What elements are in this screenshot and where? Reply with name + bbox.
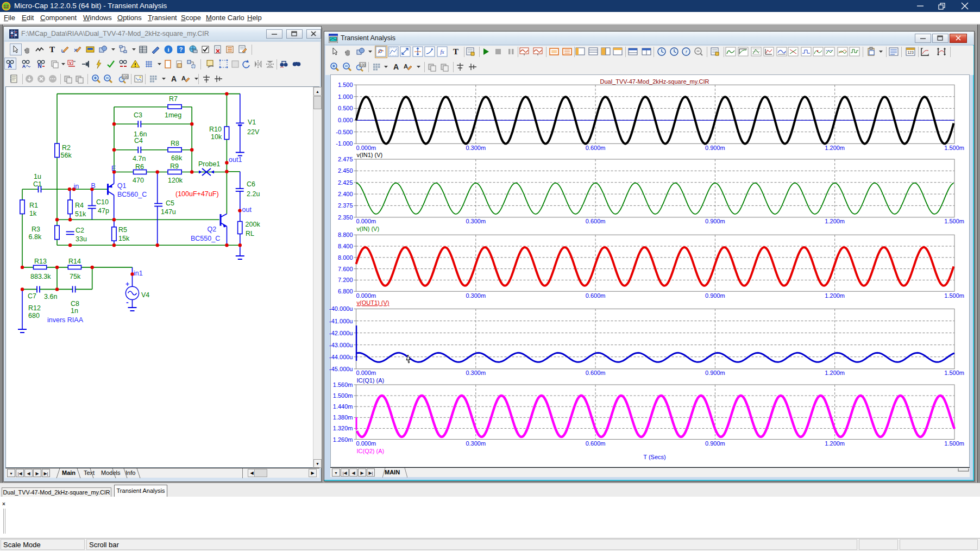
svg-text:Dual_TVV-47-Mod_2kHz-square_my: Dual_TVV-47-Mod_2kHz-square_my.CIR: [600, 78, 709, 85]
svg-text:0.600m: 0.600m: [586, 218, 606, 224]
svg-text:IC(Q2) (A): IC(Q2) (A): [357, 448, 385, 454]
svg-text:1.500m: 1.500m: [333, 392, 353, 399]
svg-text:-44.000u: -44.000u: [329, 354, 353, 360]
svg-text:1.200m: 1.200m: [825, 370, 845, 376]
svg-text:0.000m: 0.000m: [356, 218, 376, 224]
svg-text:T (Secs): T (Secs): [643, 454, 665, 460]
svg-text:0.900m: 0.900m: [705, 292, 725, 299]
svg-text:2.400: 2.400: [338, 191, 353, 197]
svg-text:0.000m: 0.000m: [356, 440, 376, 447]
svg-text:-42.000u: -42.000u: [329, 330, 353, 336]
svg-text:0.000m: 0.000m: [356, 145, 376, 151]
svg-text:-40.000u: -40.000u: [329, 305, 353, 312]
svg-text:1.200m: 1.200m: [825, 292, 845, 299]
svg-text:0.300m: 0.300m: [466, 145, 486, 151]
svg-text:2.425: 2.425: [338, 179, 353, 186]
svg-text:1.500m: 1.500m: [944, 145, 964, 151]
svg-text:8.400: 8.400: [338, 243, 353, 249]
svg-text:0.000: 0.000: [338, 117, 353, 123]
svg-text:1.000: 1.000: [338, 93, 353, 100]
svg-text:7.600: 7.600: [338, 266, 353, 272]
svg-text:v(IN1) (V): v(IN1) (V): [357, 152, 383, 158]
svg-text:IC(Q1) (A): IC(Q1) (A): [357, 377, 385, 384]
svg-text:-1.000: -1.000: [336, 140, 353, 147]
svg-text:0.500: 0.500: [338, 105, 353, 111]
svg-text:2.375: 2.375: [338, 202, 353, 209]
svg-text:1.380m: 1.380m: [333, 414, 353, 421]
svg-text:8.000: 8.000: [338, 254, 353, 261]
svg-text:0.900m: 0.900m: [705, 440, 725, 447]
svg-text:7.200: 7.200: [338, 277, 353, 283]
svg-text:0.900m: 0.900m: [705, 145, 725, 151]
svg-text:1.500m: 1.500m: [944, 218, 964, 224]
svg-text:0.000m: 0.000m: [356, 292, 376, 299]
svg-text:0.000m: 0.000m: [356, 370, 376, 376]
svg-text:1.200m: 1.200m: [825, 145, 845, 151]
svg-text:1.200m: 1.200m: [825, 440, 845, 447]
svg-text:1.500m: 1.500m: [944, 440, 964, 447]
svg-text:1.260m: 1.260m: [333, 436, 353, 443]
svg-text:1.200m: 1.200m: [825, 218, 845, 224]
svg-text:1.500: 1.500: [338, 82, 353, 88]
svg-text:0.600m: 0.600m: [586, 440, 606, 447]
svg-text:0.900m: 0.900m: [705, 370, 725, 376]
svg-text:0.300m: 0.300m: [466, 218, 486, 224]
svg-text:2.475: 2.475: [338, 156, 353, 162]
svg-text:-41.000u: -41.000u: [329, 318, 353, 324]
svg-text:0.600m: 0.600m: [586, 370, 606, 376]
svg-text:1.560m: 1.560m: [333, 381, 353, 388]
svg-text:-0.500: -0.500: [336, 129, 353, 135]
svg-text:2.350: 2.350: [338, 214, 353, 221]
svg-text:0.900m: 0.900m: [705, 218, 725, 224]
svg-text:-43.000u: -43.000u: [329, 342, 353, 348]
svg-text:v(IN) (V): v(IN) (V): [357, 226, 380, 232]
svg-text:8.800: 8.800: [338, 231, 353, 238]
svg-text:0.300m: 0.300m: [466, 440, 486, 447]
svg-text:0.600m: 0.600m: [586, 292, 606, 299]
svg-text:1.440m: 1.440m: [333, 403, 353, 410]
svg-text:0.300m: 0.300m: [466, 292, 486, 299]
svg-text:-45.000u: -45.000u: [329, 366, 353, 372]
svg-text:v(OUT1) (V): v(OUT1) (V): [357, 299, 390, 306]
svg-text:1.320m: 1.320m: [333, 425, 353, 431]
svg-text:0.300m: 0.300m: [466, 370, 486, 376]
svg-text:2.450: 2.450: [338, 167, 353, 174]
svg-text:6.800: 6.800: [338, 288, 353, 295]
svg-text:0.600m: 0.600m: [586, 145, 606, 151]
svg-text:1.500m: 1.500m: [944, 292, 964, 299]
svg-text:1.500m: 1.500m: [944, 370, 964, 376]
